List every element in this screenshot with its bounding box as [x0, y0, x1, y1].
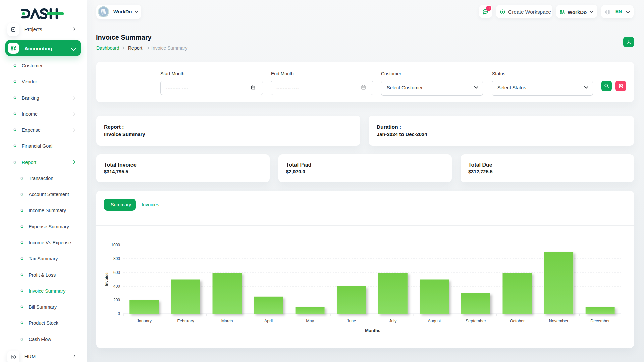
svg-text:November: November [549, 319, 569, 323]
svg-text:October: October [510, 319, 525, 323]
svg-text:March: March [221, 319, 233, 323]
svg-text:Invoice: Invoice [104, 272, 109, 286]
svg-text:600: 600 [113, 270, 120, 275]
svg-text:December: December [590, 319, 610, 323]
svg-text:200: 200 [113, 298, 120, 302]
svg-text:July: July [389, 319, 397, 323]
svg-text:January: January [137, 319, 152, 323]
svg-text:May: May [306, 319, 314, 323]
svg-text:400: 400 [113, 284, 120, 289]
svg-text:April: April [264, 319, 273, 323]
svg-text:Months: Months [365, 328, 380, 333]
svg-text:0: 0 [118, 311, 120, 316]
svg-text:1000: 1000 [111, 243, 120, 247]
svg-text:800: 800 [113, 256, 120, 261]
svg-text:February: February [177, 319, 194, 323]
svg-text:August: August [428, 319, 441, 323]
svg-text:June: June [347, 319, 356, 323]
svg-text:September: September [466, 319, 486, 323]
